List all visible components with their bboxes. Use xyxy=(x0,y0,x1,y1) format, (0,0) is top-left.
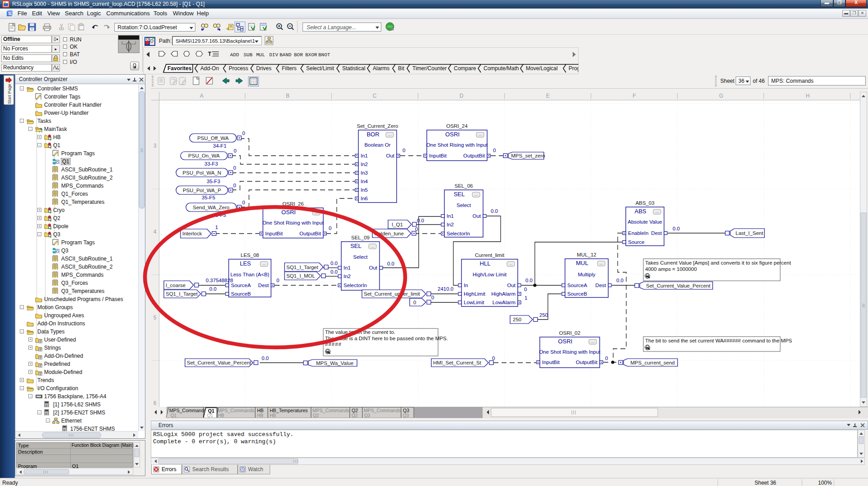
svg-text:0.0: 0.0 xyxy=(525,278,533,283)
svg-text:Process: Process xyxy=(229,65,248,72)
svg-text:OSRI_02: OSRI_02 xyxy=(559,330,580,336)
svg-text:...: ... xyxy=(262,261,266,266)
svg-text:...: ... xyxy=(315,210,318,215)
svg-text:Q1: Q1 xyxy=(207,413,213,418)
svg-text:0: 0 xyxy=(524,287,527,292)
svg-text:LowLimit: LowLimit xyxy=(464,300,484,305)
svg-text:SEL: SEL xyxy=(454,191,465,198)
svg-text:SEL: SEL xyxy=(350,243,362,249)
svg-text:6: 6 xyxy=(154,400,157,406)
svg-text:OSRI: OSRI xyxy=(445,131,460,138)
svg-text:G: G xyxy=(719,93,723,99)
svg-text:Move/Logical: Move/Logical xyxy=(526,65,558,72)
svg-text:Multiply: Multiply xyxy=(578,272,596,277)
svg-text:0: 0 xyxy=(493,148,496,153)
svg-text:T: T xyxy=(208,51,212,57)
svg-text:One Shot Rising with Input: One Shot Rising with Input xyxy=(539,349,601,355)
svg-text:0: 0 xyxy=(233,183,236,188)
svg-text:1: 1 xyxy=(215,225,218,230)
svg-text:HB_Temperatures: HB_Temperatures xyxy=(270,408,308,413)
svg-text:HB: HB xyxy=(218,413,224,418)
svg-text:F: F xyxy=(633,93,636,99)
svg-text:SourceB: SourceB xyxy=(567,291,587,297)
svg-text:0: 0 xyxy=(242,200,245,205)
svg-text:In2: In2 xyxy=(344,274,351,279)
svg-text:Absolute Value: Absolute Value xyxy=(628,219,662,225)
svg-text:Out: Out xyxy=(472,213,481,219)
svg-text:SQ1_I_MOL: SQ1_I_MOL xyxy=(286,273,316,279)
svg-text:SelectorIn: SelectorIn xyxy=(447,231,470,236)
svg-text:...: ... xyxy=(600,261,603,266)
svg-text:MUL: MUL xyxy=(576,260,588,266)
svg-text:Interlock: Interlock xyxy=(182,231,202,236)
svg-text:0.0: 0.0 xyxy=(330,261,338,266)
svg-text:BOR: BOR xyxy=(366,131,379,138)
svg-text:SourceA: SourceA xyxy=(567,283,587,288)
svg-text:SQ1_I_Target: SQ1_I_Target xyxy=(286,265,319,270)
svg-text:Set_Current_Value_Percent: Set_Current_Value_Percent xyxy=(646,283,711,288)
svg-text:0: 0 xyxy=(492,356,495,361)
svg-text:Bit: Bit xyxy=(398,65,405,72)
svg-text:3: 3 xyxy=(154,143,157,149)
svg-text:0: 0 xyxy=(415,226,418,232)
svg-text:Out: Out xyxy=(507,283,515,288)
svg-text:4: 4 xyxy=(154,229,157,235)
svg-text:One Shot Rising with Input: One Shot Rising with Input xyxy=(262,220,324,225)
svg-text:0: 0 xyxy=(329,225,331,231)
svg-text:⇅: ⇅ xyxy=(8,11,12,16)
svg-text:Golden_tune: Golden_tune xyxy=(374,231,404,236)
svg-text:SEL_06: SEL_06 xyxy=(455,183,473,189)
svg-text:OSRI: OSRI xyxy=(281,209,296,216)
svg-text:Current_limit: Current_limit xyxy=(475,252,505,258)
svg-text:Drives: Drives xyxy=(256,65,271,72)
svg-text:Dest: Dest xyxy=(651,230,662,236)
svg-text:Compare: Compare xyxy=(454,65,476,72)
svg-text:EnableIn: EnableIn xyxy=(628,230,648,236)
svg-text:0: 0 xyxy=(276,278,279,283)
svg-text:Select: Select xyxy=(457,202,471,208)
svg-text:5: 5 xyxy=(154,315,157,321)
svg-text:In4: In4 xyxy=(361,179,368,184)
svg-text:Dest: Dest xyxy=(258,283,269,288)
svg-text:0: 0 xyxy=(413,300,416,305)
svg-text:MPS_Commands: MPS_Commands xyxy=(312,408,349,413)
svg-text:OutputBit: OutputBit xyxy=(576,360,598,365)
svg-text:In6: In6 xyxy=(361,196,368,201)
svg-text:In2: In2 xyxy=(361,162,368,167)
svg-text:MPS_Wa_Value: MPS_Wa_Value xyxy=(316,360,353,366)
svg-text:MPS_set_zero: MPS_set_zero xyxy=(511,153,545,158)
svg-text:OSRI_26: OSRI_26 xyxy=(282,201,303,207)
svg-text:Out: Out xyxy=(386,153,394,158)
svg-text:The bit to send the set curren: The bit to send the set current WA######… xyxy=(645,338,792,343)
svg-text:Select: Select xyxy=(353,254,368,260)
svg-text:I_Q1: I_Q1 xyxy=(392,222,403,227)
svg-text:In1: In1 xyxy=(447,213,454,219)
svg-text:0: 0 xyxy=(431,295,434,300)
svg-text:MUL_12: MUL_12 xyxy=(577,252,596,257)
svg-text:HighLimit: HighLimit xyxy=(464,291,486,297)
svg-text:Q2: Q2 xyxy=(352,408,358,413)
svg-text:0.37548828: 0.37548828 xyxy=(206,278,233,283)
svg-text:Add-On: Add-On xyxy=(200,65,219,72)
svg-text:Boolean Or: Boolean Or xyxy=(364,142,390,148)
svg-text:D: D xyxy=(460,93,464,99)
svg-text:Timer/Counter: Timer/Counter xyxy=(412,65,447,72)
svg-text:35-F5: 35-F5 xyxy=(202,195,215,200)
svg-text:I_coarse: I_coarse xyxy=(166,283,185,288)
svg-text:0.0: 0.0 xyxy=(673,226,680,231)
svg-text:33-F3: 33-F3 xyxy=(204,161,218,166)
svg-text:Q1: Q1 xyxy=(171,413,177,418)
svg-text:0.0: 0.0 xyxy=(417,218,424,223)
svg-text:PSU_Off_WA: PSU_Off_WA xyxy=(197,135,229,141)
svg-text:Set_Current_Value_Percent: Set_Current_Value_Percent xyxy=(187,360,252,365)
svg-text:HighAlarm: HighAlarm xyxy=(491,291,515,297)
svg-text:PSU_Pol_WA_N: PSU_Pol_WA_N xyxy=(183,170,222,176)
svg-text:0.0: 0.0 xyxy=(330,269,338,274)
svg-text:In1: In1 xyxy=(344,265,351,270)
svg-text:InputBit: InputBit xyxy=(542,360,560,365)
svg-text:...: ... xyxy=(475,192,478,197)
svg-text:250: 250 xyxy=(539,312,548,318)
svg-text:Last_I_Sent: Last_I_Sent xyxy=(736,230,764,236)
svg-text:0: 0 xyxy=(605,356,608,361)
svg-text:2410.0: 2410.0 xyxy=(438,286,453,292)
